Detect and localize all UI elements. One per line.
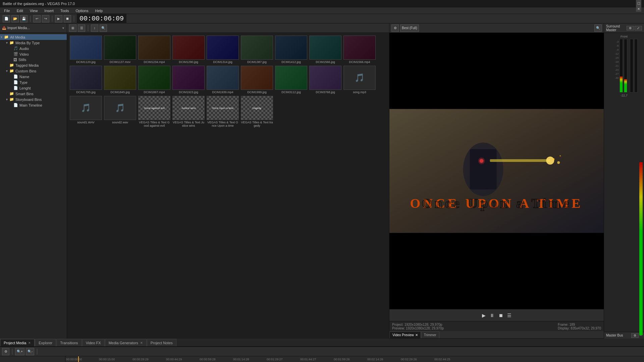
video-preview-tab[interactable]: Video Preview ✕ [389,331,421,338]
media-item[interactable]: DCIM1845.jpg [104,66,136,94]
tab-video-fx[interactable]: Video FX [82,339,105,346]
settings-button[interactable]: ⚙ [627,26,634,31]
media-item[interactable]: DCIM1566.mp4 [343,36,376,64]
media-item[interactable]: DCIM1120.jpg [70,36,102,64]
media-label: DCIM3112.jpg [281,90,301,94]
menu-item-file[interactable]: File [3,8,11,13]
preview-play-button[interactable]: ▶ [481,312,486,319]
filter-button[interactable]: 🔍 [100,24,107,32]
media-item[interactable]: Justice wins VEGAS Titles & Text Justice… [172,96,205,127]
maximize-button[interactable]: ☐ [636,1,641,6]
tab-media-generators[interactable]: Media Generators✕ [105,339,147,346]
play-button[interactable]: ▶ [55,15,62,22]
sort-button[interactable]: ↕ [91,24,98,32]
redo-button[interactable]: ↪ [42,15,49,22]
menu-item-help[interactable]: Help [94,8,104,13]
ruler-mark-5: 00:01:14:28 [233,358,249,361]
media-item[interactable]: DCIM1412.jpg [275,36,307,64]
tree-item-tagged-media[interactable]: 📁Tagged Media [0,62,67,68]
media-item[interactable]: Good against evil VEGAS Titles & Text Go… [138,96,170,127]
media-item[interactable]: DCIM3768.jpg [309,66,341,94]
tab-transitions[interactable]: Transitions [56,339,82,346]
timeline-right[interactable]: 00:00:00:00 00:00:15:00 00:00:29:29 00:0… [65,356,644,362]
menu-item-edit[interactable]: Edit [15,8,24,13]
preview-zoom[interactable]: 🔍 [594,24,602,32]
tree-item-all-media[interactable]: ▼📁All Media [0,34,67,40]
zoom-out[interactable]: 🔍- [26,348,34,355]
media-thumb [207,36,239,60]
menu-item-insert[interactable]: Insert [43,8,55,13]
close-button[interactable]: ✕ [636,6,641,12]
tree-item-name[interactable]: 📄Name [0,74,67,79]
media-item[interactable]: DCIM1566.jpg [309,36,341,64]
tree-label: Video [19,52,29,56]
tree-item-smart-bins[interactable]: 📁Smart Bins [0,91,67,97]
preview-pause-button[interactable]: ⏸ [489,312,495,319]
tree-item-type[interactable]: 📄Type [0,79,67,85]
media-thumb: 🎵 [70,96,102,120]
media-item[interactable]: DCIM1923.jpg [172,66,205,94]
media-item[interactable]: DCIM1314.jpg [207,36,239,64]
preview-quality[interactable]: Best (Full) [400,24,419,32]
media-thumb [309,36,341,60]
preview-stop-button[interactable]: ⏹ [498,312,504,319]
media-item[interactable]: 🎵 sound1.WAV [70,96,102,127]
tab-project-notes[interactable]: Project Notes [147,339,176,346]
menu-item-tools[interactable]: Tools [59,8,70,13]
menu-item-view[interactable]: View [29,8,39,13]
media-item[interactable]: DCIM1234.mp4 [138,36,170,64]
tab-close-icon[interactable]: ✕ [28,341,31,345]
expand-button[interactable]: ⤢ [635,26,642,31]
tree-item-main-timeline[interactable]: 📄Main Timeline [0,102,67,108]
new-button[interactable]: 📄 [3,15,10,22]
menu-item-options[interactable]: Options [74,8,90,13]
preview-menu-button[interactable]: ☰ [506,312,512,319]
tree-item-video[interactable]: 🎬Video [0,51,67,57]
tab-project-media[interactable]: Project Media✕ [0,339,35,346]
stop-button[interactable]: ⏹ [64,15,71,22]
tree-label: Tagged Media [15,63,39,67]
trimmer-tab[interactable]: Trimmer [421,331,439,338]
tree-item-lenght[interactable]: 📄Lenght [0,85,67,91]
tab-close-icon[interactable]: ✕ [140,341,143,345]
preview-settings[interactable]: ⚙ [391,24,399,32]
media-item[interactable]: 🎵 song.mp3 [343,66,376,94]
tree-item-custom-bins[interactable]: ▼📁Custom Bins [0,68,67,74]
open-button[interactable]: 📂 [11,15,19,22]
zoom-in[interactable]: 🔍+ [15,348,24,355]
media-item[interactable]: DCIM1867.mp4 [138,66,170,94]
tree-item-media-by-type[interactable]: ▼📁Media By Type [0,40,67,46]
media-item[interactable]: DCIM1765.jpg [70,66,102,94]
import-media-header: 📥 Import Media... ▼ [0,23,67,33]
media-item[interactable]: DCIM1137.mov [104,36,136,64]
media-label: VEGAS Titles & Text tragedy [241,121,273,127]
media-item[interactable]: 🎵 sound2.wav [104,96,136,127]
svg-point-5 [546,157,554,165]
titlebar: Battle of the galaxies.veg - VEGAS Pro 1… [0,0,644,7]
svg-text:Once Upon a Time: Once Upon a Time [422,196,572,211]
media-item[interactable]: DCIM1939.mp4 [207,66,239,94]
close-icon[interactable]: ✕ [415,333,418,337]
media-item[interactable]: DCIM3112.jpg [275,66,307,94]
media-item[interactable]: DCIM1290.jpg [172,36,205,64]
media-item[interactable]: tragedy VEGAS Titles & Text tragedy [241,96,273,127]
save-button[interactable]: 💾 [20,15,28,22]
media-label: DCIM1137.mov [110,60,131,64]
list-view-button[interactable]: ☰ [78,24,85,32]
media-item[interactable]: DCIM1387.jpg [241,36,273,64]
tab-explorer[interactable]: Explorer [35,339,56,346]
separator [37,349,37,355]
separator [12,349,12,355]
timeline-settings[interactable]: ⚙ [2,348,9,355]
media-item[interactable]: Once Upon a time VEGAS Titles & Text Onc… [207,96,239,127]
media-thumb: tragedy [241,96,273,120]
media-item[interactable]: DCIM1999.jpg [241,66,273,94]
tree-item-stills[interactable]: 🖼Stills [0,57,67,62]
tree-item-storyboard-bins[interactable]: ▼📁Storyboard Bins [0,97,67,102]
master-bus-settings[interactable]: ⚙ [631,333,639,338]
grid-view-button[interactable]: ⊞ [69,24,76,32]
tree-item-audio[interactable]: 🎵Audio [0,46,67,51]
undo-button[interactable]: ↩ [33,15,41,22]
media-thumb [104,36,136,60]
media-grid: DCIM1120.jpg DCIM1137.mov DCIM1234.mp4 D… [67,33,389,339]
